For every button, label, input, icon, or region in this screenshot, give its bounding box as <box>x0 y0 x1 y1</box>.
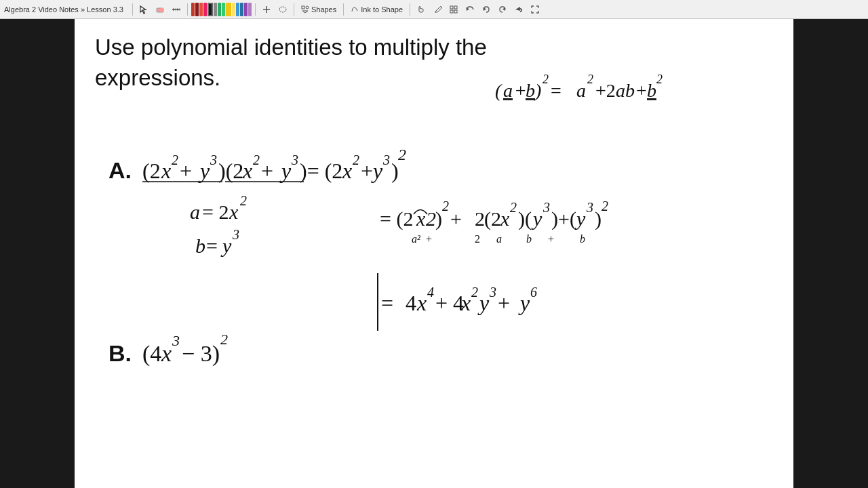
svg-text:)= (2: )= (2 <box>300 159 342 183</box>
pen-pink[interactable] <box>203 3 207 16</box>
svg-text:(4: (4 <box>142 341 161 367</box>
pen-color-group <box>191 3 252 16</box>
svg-text:x: x <box>500 207 510 230</box>
pen-darkred[interactable] <box>195 3 199 16</box>
svg-text:3: 3 <box>210 152 217 167</box>
svg-text:3: 3 <box>586 200 593 215</box>
svg-text:=: = <box>381 291 393 315</box>
svg-text:3: 3 <box>172 332 180 349</box>
svg-text:)+(: )+( <box>551 207 576 230</box>
svg-text:A.: A. <box>108 157 132 183</box>
svg-text:2: 2 <box>601 199 608 214</box>
svg-point-11 <box>306 6 309 9</box>
pen-gray[interactable] <box>214 3 217 16</box>
svg-text:+: + <box>498 291 510 315</box>
svg-rect-14 <box>454 6 457 9</box>
svg-text:3: 3 <box>291 152 298 167</box>
toolbar-separator-3 <box>255 3 256 16</box>
pen-lightpurple[interactable] <box>248 3 252 16</box>
svg-text:− 3): − 3) <box>182 341 220 367</box>
svg-text:2: 2 <box>426 207 436 230</box>
svg-text:b: b <box>195 235 205 257</box>
svg-text:2: 2 <box>353 152 359 167</box>
ruler-button[interactable] <box>169 2 184 17</box>
svg-rect-15 <box>450 10 453 13</box>
svg-text:x: x <box>460 291 471 315</box>
svg-text:x: x <box>161 159 171 183</box>
svg-text:): ) <box>435 207 442 230</box>
svg-text:y: y <box>477 291 490 315</box>
add-button[interactable] <box>259 2 274 17</box>
pen-blue[interactable] <box>236 3 239 16</box>
pen-yellow[interactable] <box>226 3 231 16</box>
redo-button[interactable] <box>495 2 510 17</box>
svg-text:y: y <box>531 207 542 230</box>
svg-text:(2: (2 <box>484 207 501 230</box>
lasso-button[interactable] <box>275 2 290 17</box>
fullscreen-button[interactable] <box>528 2 542 17</box>
pen-darkblue[interactable] <box>240 3 243 16</box>
svg-text:x: x <box>416 291 427 315</box>
svg-text:2: 2 <box>475 233 480 245</box>
svg-marker-19 <box>502 7 505 11</box>
svg-text:)(2: )(2 <box>218 159 243 183</box>
pencil-button[interactable] <box>430 2 445 17</box>
svg-text:x: x <box>416 207 426 230</box>
pen-black[interactable] <box>208 3 213 16</box>
pen-purple[interactable] <box>244 3 248 16</box>
svg-text:2: 2 <box>398 146 406 163</box>
svg-text:y: y <box>518 291 530 315</box>
svg-text:2: 2 <box>240 193 247 208</box>
pen-green[interactable] <box>218 3 221 16</box>
svg-marker-17 <box>467 7 469 11</box>
svg-text:y: y <box>574 207 586 230</box>
svg-text:+: + <box>450 207 462 230</box>
pen-lightgreen[interactable] <box>222 3 225 16</box>
toolbar-separator-6 <box>410 3 410 16</box>
svg-text:+ 4: + 4 <box>435 291 464 315</box>
pen-red[interactable] <box>191 3 195 16</box>
undo-button[interactable] <box>479 2 494 17</box>
svg-text:=: = <box>206 235 218 257</box>
toolbar-separator-4 <box>294 3 294 16</box>
instruction-line2: expressions. <box>95 65 220 90</box>
svg-text:b: b <box>526 233 532 245</box>
svg-rect-1 <box>160 8 163 12</box>
shapes-label: Shapes <box>311 5 336 14</box>
svg-marker-12 <box>302 11 308 13</box>
share-button[interactable] <box>511 2 526 17</box>
svg-text:(2: (2 <box>142 159 161 183</box>
svg-text:+: + <box>261 159 273 183</box>
hand-button[interactable] <box>414 2 429 17</box>
pen-lightyellow[interactable] <box>232 3 235 16</box>
instruction-text: Use polynomial identities to multiply th… <box>95 33 773 93</box>
svg-text:y: y <box>279 159 292 183</box>
svg-text:+: + <box>361 159 373 183</box>
eraser-button[interactable] <box>153 2 167 17</box>
svg-text:a: a <box>190 201 200 223</box>
svg-text:y: y <box>220 235 232 257</box>
svg-text:2: 2 <box>510 200 517 215</box>
svg-rect-16 <box>454 10 457 13</box>
selection-tool-button[interactable] <box>136 2 151 17</box>
pen-red2[interactable] <box>199 3 203 16</box>
svg-text:x: x <box>161 341 172 366</box>
svg-text:3: 3 <box>232 227 239 242</box>
toolbar-title: Algebra 2 Video Notes » Lesson 3.3 <box>4 5 123 14</box>
svg-text:2: 2 <box>172 152 178 167</box>
svg-text:a: a <box>496 233 502 245</box>
svg-text:+: + <box>548 233 554 245</box>
content-area: Use polynomial identities to multiply th… <box>75 19 793 488</box>
svg-text:4: 4 <box>406 291 416 315</box>
svg-text:): ) <box>391 159 399 183</box>
svg-text:2: 2 <box>253 152 260 167</box>
ink-to-shape-button[interactable]: Ink to Shape <box>347 4 406 15</box>
svg-point-9 <box>279 7 286 12</box>
toolbar-separator-2 <box>187 3 188 16</box>
grid-button[interactable] <box>446 2 461 17</box>
shapes-button[interactable]: Shapes <box>298 4 340 15</box>
svg-text:y: y <box>198 159 210 183</box>
svg-text:6: 6 <box>530 285 537 300</box>
right-panel <box>793 19 868 488</box>
undo-prev-button[interactable] <box>462 2 477 17</box>
